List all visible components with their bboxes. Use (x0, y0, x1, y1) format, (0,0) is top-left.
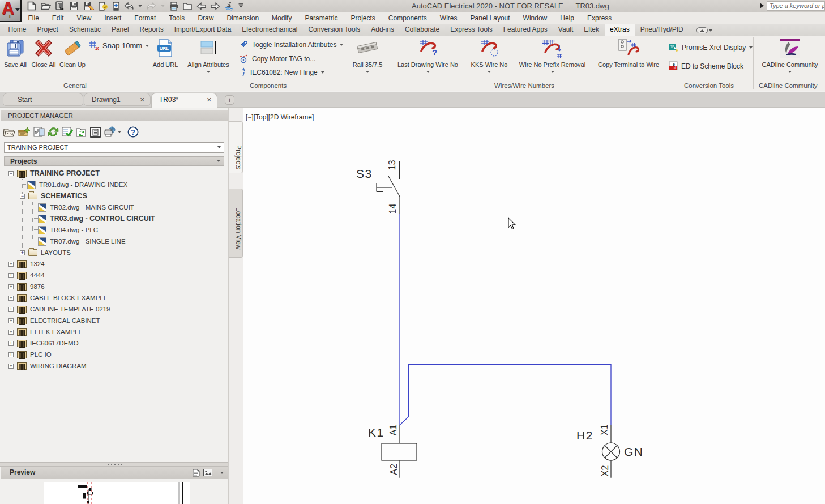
svg-text:A1: A1 (388, 425, 398, 436)
svg-text:S3: S3 (356, 167, 373, 180)
svg-text:A2: A2 (389, 464, 399, 475)
svg-text:URL: URL (160, 46, 169, 51)
svg-text:X2: X2 (600, 465, 610, 477)
svg-text:GN: GN (624, 445, 644, 458)
svg-text:13: 13 (387, 160, 397, 170)
svg-text:d: d (674, 66, 676, 70)
svg-text:14: 14 (388, 204, 397, 214)
svg-text:?: ? (432, 48, 437, 57)
svg-text:K1: K1 (368, 426, 384, 439)
svg-text:?: ? (131, 128, 135, 136)
svg-text:10: 10 (95, 46, 99, 50)
svg-text:H2: H2 (576, 429, 593, 442)
svg-text:X1: X1 (600, 424, 609, 435)
